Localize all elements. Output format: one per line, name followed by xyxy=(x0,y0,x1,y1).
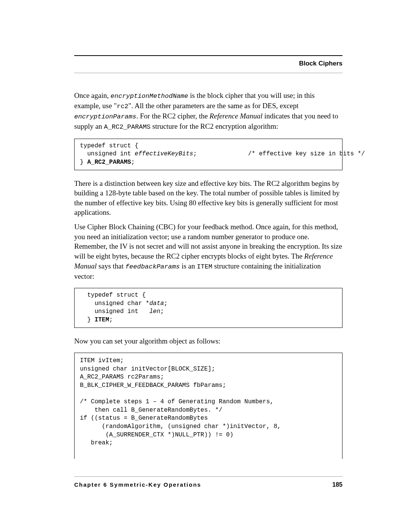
footer-rule xyxy=(74,476,342,477)
text: Once again, xyxy=(74,91,110,99)
code-block-3: ITEM ivItem; unsigned char initVector[BL… xyxy=(74,353,342,459)
code-block-1: typedef struct { unsigned int effectiveK… xyxy=(74,139,342,170)
running-header: Block Ciphers xyxy=(74,60,342,73)
code-bold: ITEM xyxy=(94,316,109,323)
code-line: typedef struct { xyxy=(80,142,139,149)
text: says that xyxy=(97,262,125,270)
code-inline: encryptionParams xyxy=(74,113,136,120)
code-line: } xyxy=(80,316,94,323)
header-thick-rule xyxy=(74,55,342,56)
code-inline: A_RC2_PARAMS xyxy=(104,123,150,131)
code-italic: effectiveKeyBits xyxy=(135,150,193,157)
code-line: unsigned int xyxy=(80,308,149,315)
paragraph-1: Once again, encryptionMethodName is the … xyxy=(74,91,342,132)
code-line: typedef struct { xyxy=(80,292,146,299)
code-line: ; xyxy=(131,159,135,166)
code-block-2: typedef struct { unsigned char *data; un… xyxy=(74,288,342,328)
text: Use Cipher Block Chaining (CBC) for your… xyxy=(74,223,342,260)
code-line: ; /* effective key size in bits */ xyxy=(193,150,365,157)
section-title: Block Ciphers xyxy=(299,60,342,67)
text: ". All the other parameters are the same… xyxy=(128,102,298,110)
code-line: } xyxy=(80,159,87,166)
code-italic: data xyxy=(149,300,164,307)
text: . For the RC2 cipher, the xyxy=(136,112,209,120)
text: is an xyxy=(180,262,197,270)
italic-text: Reference Manual xyxy=(210,112,263,120)
code-line: ; xyxy=(160,308,164,315)
code-italic: len xyxy=(149,308,160,315)
code-line: ; xyxy=(164,300,168,307)
code-inline: feedbackParams xyxy=(126,263,180,270)
code-inline: rc2 xyxy=(117,103,129,110)
chapter-label: Chapter 6 Symmetric-Key Operations xyxy=(74,481,201,488)
code-line: unsigned char * xyxy=(80,300,149,307)
text: structure for the RC2 encryption algorit… xyxy=(151,122,279,130)
paragraph-3: Use Cipher Block Chaining (CBC) for your… xyxy=(74,222,342,281)
paragraph-2: There is a distinction between key size … xyxy=(74,179,342,218)
code-line: unsigned int xyxy=(80,150,135,157)
code-line: ; xyxy=(109,316,113,323)
code-inline: ITEM xyxy=(197,263,212,270)
code-inline: encryptionMethodName xyxy=(110,93,188,100)
page-number: 185 xyxy=(332,481,342,488)
page-footer: Chapter 6 Symmetric-Key Operations 185 xyxy=(74,476,342,488)
paragraph-4: Now you can set your algorithm object as… xyxy=(74,336,342,346)
code-bold: A_RC2_PARAMS xyxy=(87,159,131,166)
